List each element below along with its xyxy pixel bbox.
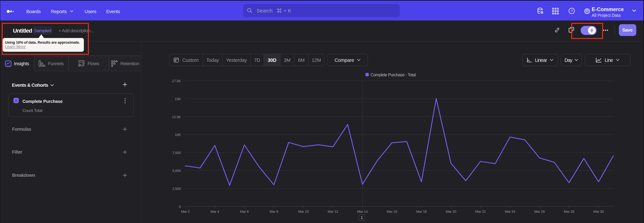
svg-text:Mar 26: Mar 26 — [534, 209, 545, 213]
svg-text:1: 1 — [361, 215, 363, 220]
svg-text:Mar 18: Mar 18 — [416, 209, 427, 213]
svg-text:Mar 14: Mar 14 — [357, 209, 368, 213]
svg-text:Mar 2: Mar 2 — [181, 209, 190, 213]
svg-text:Mar 30: Mar 30 — [593, 209, 604, 213]
svg-text:Mar 16: Mar 16 — [387, 209, 397, 213]
svg-text:Mar 24: Mar 24 — [505, 209, 515, 213]
svg-text:Complete Purchase - Total: Complete Purchase - Total — [370, 72, 416, 77]
svg-text:10K: 10K — [175, 133, 181, 137]
svg-text:2,500: 2,500 — [172, 187, 181, 191]
svg-text:12.5K: 12.5K — [172, 115, 181, 119]
svg-text:Mar 12: Mar 12 — [328, 209, 338, 213]
svg-text:Mar 6: Mar 6 — [240, 209, 248, 213]
svg-text:Mar 10: Mar 10 — [298, 209, 308, 213]
svg-text:15K: 15K — [175, 97, 181, 101]
svg-text:Mar 4: Mar 4 — [210, 209, 219, 213]
svg-text:Mar 20: Mar 20 — [446, 209, 456, 213]
svg-text:0: 0 — [179, 205, 181, 208]
svg-text:?: ? — [571, 9, 573, 13]
svg-text:Mar 8: Mar 8 — [270, 209, 278, 213]
svg-text:Mar 28: Mar 28 — [564, 209, 574, 213]
svg-text:17.5K: 17.5K — [172, 79, 181, 83]
svg-text:7,500: 7,500 — [172, 151, 181, 155]
svg-text:5,000: 5,000 — [172, 169, 181, 173]
svg-text:Mar 22: Mar 22 — [475, 209, 486, 213]
